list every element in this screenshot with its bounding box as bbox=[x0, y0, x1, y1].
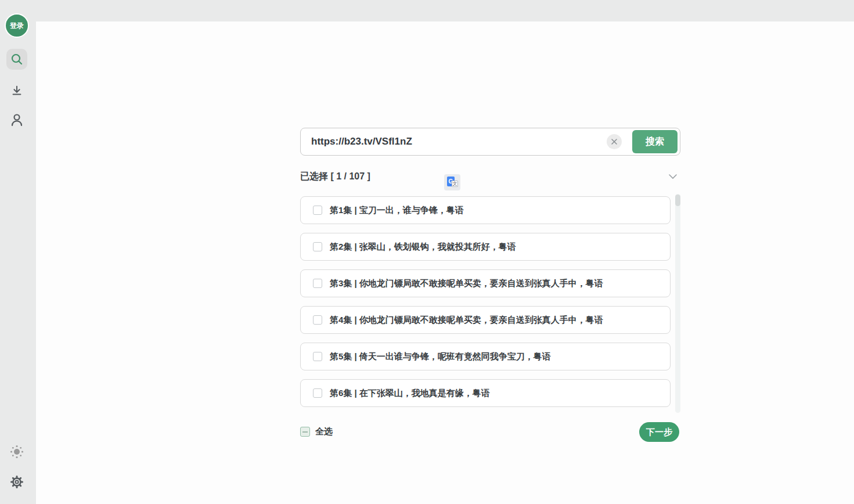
selected-count-label: 已选择 [ 1 / 107 ] bbox=[300, 171, 370, 183]
next-step-button[interactable]: 下一步 bbox=[639, 422, 679, 442]
sidebar-item-theme[interactable] bbox=[6, 441, 27, 462]
gear-icon bbox=[10, 475, 24, 489]
episode-row[interactable]: 第3集 | 你地龙门镖局敢不敢接呢单买卖，要亲自送到张真人手中，粤语 bbox=[300, 269, 671, 297]
sidebar: 登录 bbox=[0, 0, 36, 504]
select-all-checkbox[interactable] bbox=[300, 427, 310, 437]
episode-row[interactable]: 第6集 | 在下张翠山，我地真是有缘，粤语 bbox=[300, 379, 671, 407]
episode-checkbox[interactable] bbox=[313, 315, 322, 325]
episode-title: 第6集 | 在下张翠山，我地真是有缘，粤语 bbox=[330, 388, 490, 399]
search-icon bbox=[10, 52, 24, 66]
list-scrollbar-track[interactable] bbox=[675, 194, 680, 413]
episode-checkbox[interactable] bbox=[313, 352, 322, 361]
search-bar: 搜索 bbox=[300, 128, 680, 156]
footer-bar: 全选 下一步 bbox=[300, 422, 680, 442]
clear-input-button[interactable] bbox=[607, 134, 622, 149]
episode-title: 第1集 | 宝刀一出，谁与争锋，粤语 bbox=[330, 205, 464, 216]
episode-title: 第4集 | 你地龙门镖局敢不敢接呢单买卖，要亲自送到张真人手中，粤语 bbox=[330, 315, 603, 326]
episode-title: 第2集 | 张翠山，铁划银钩，我就投其所好，粤语 bbox=[330, 242, 516, 253]
sidebar-item-search[interactable] bbox=[6, 49, 27, 70]
select-all-label: 全选 bbox=[315, 426, 333, 437]
chevron-down-icon bbox=[667, 171, 681, 182]
episode-title: 第3集 | 你地龙门镖局敢不敢接呢单买卖，要亲自送到张真人手中，粤语 bbox=[330, 278, 603, 289]
episode-row[interactable]: 第2集 | 张翠山，铁划银钩，我就投其所好，粤语 bbox=[300, 233, 671, 261]
sun-icon bbox=[9, 444, 24, 459]
sidebar-item-user[interactable] bbox=[6, 109, 27, 130]
episode-checkbox[interactable] bbox=[313, 242, 322, 251]
episode-checkbox[interactable] bbox=[313, 388, 322, 398]
url-input[interactable] bbox=[311, 136, 607, 147]
download-icon bbox=[10, 84, 23, 97]
collapse-list-button[interactable] bbox=[667, 170, 681, 183]
episode-row[interactable]: 第5集 | 倚天一出谁与争锋，呢班有竟然同我争宝刀，粤语 bbox=[300, 343, 671, 370]
close-icon bbox=[611, 138, 618, 145]
login-button[interactable]: 登录 bbox=[5, 13, 29, 38]
episode-checkbox[interactable] bbox=[313, 279, 322, 288]
list-scrollbar-thumb[interactable] bbox=[675, 195, 680, 206]
episode-checkbox[interactable] bbox=[313, 206, 322, 215]
translate-char-glyph: 文 bbox=[452, 181, 458, 187]
sidebar-item-settings[interactable] bbox=[6, 471, 27, 492]
episode-row[interactable]: 第4集 | 你地龙门镖局敢不敢接呢单买卖，要亲自送到张真人手中，粤语 bbox=[300, 306, 671, 334]
selection-header: 已选择 [ 1 / 107 ] G 文 bbox=[300, 170, 680, 190]
sidebar-item-download[interactable] bbox=[6, 80, 27, 101]
user-icon bbox=[10, 112, 24, 127]
episode-list: 第1集 | 宝刀一出，谁与争锋，粤语 第2集 | 张翠山，铁划银钩，我就投其所好… bbox=[300, 196, 671, 416]
episode-row[interactable]: 第1集 | 宝刀一出，谁与争锋，粤语 bbox=[300, 196, 671, 224]
google-translate-icon[interactable]: G 文 bbox=[444, 174, 460, 190]
search-button[interactable]: 搜索 bbox=[632, 130, 678, 153]
episode-title: 第5集 | 倚天一出谁与争锋，呢班有竟然同我争宝刀，粤语 bbox=[330, 351, 551, 362]
select-all-control[interactable]: 全选 bbox=[300, 426, 333, 437]
